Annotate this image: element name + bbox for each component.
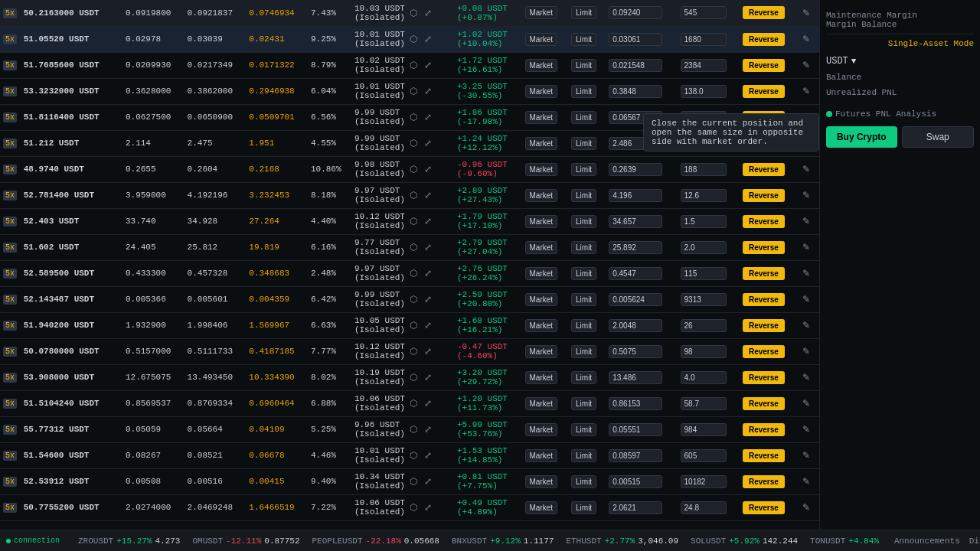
limit-button[interactable]: Limit — [571, 163, 596, 176]
edit-col[interactable]: ✎ — [797, 312, 819, 338]
share-icon[interactable]: ⤢ — [422, 502, 434, 513]
share-icon[interactable]: ⤢ — [422, 372, 434, 383]
edit-col[interactable]: ✎ — [797, 52, 819, 78]
qty-input-col[interactable] — [678, 234, 740, 260]
qty-input-col[interactable] — [678, 468, 740, 494]
price-input-col[interactable] — [606, 312, 677, 338]
edit-icon[interactable]: ✎ — [800, 294, 812, 305]
share-icon[interactable]: ⤢ — [422, 138, 434, 148]
type-col[interactable]: Limit — [568, 78, 606, 104]
price-input[interactable] — [609, 189, 662, 202]
qty-input-col[interactable] — [678, 26, 740, 52]
mode-col[interactable]: Market — [522, 416, 569, 442]
export-icon[interactable]: ⬡ — [407, 164, 420, 174]
qty-input-col[interactable] — [678, 0, 740, 26]
limit-button[interactable]: Limit — [571, 6, 596, 19]
price-input-col[interactable] — [606, 260, 677, 286]
usdt-selector[interactable]: USDT ▼ — [826, 56, 974, 67]
edit-col[interactable]: ✎ — [797, 286, 819, 312]
qty-input[interactable] — [681, 501, 727, 514]
qty-input[interactable] — [681, 241, 727, 254]
price-input-col[interactable] — [606, 494, 677, 520]
limit-button[interactable]: Limit — [571, 137, 596, 150]
qty-input[interactable] — [681, 293, 727, 306]
export-icon[interactable]: ⬡ — [407, 398, 420, 409]
mode-col[interactable]: Market — [522, 286, 569, 312]
ticker-item[interactable]: ETHUSDT +2.77% 3,046.09 — [566, 536, 678, 546]
reverse-button[interactable]: Reverse — [743, 319, 785, 332]
export-icon[interactable]: ⬡ — [407, 34, 420, 44]
type-col[interactable]: Limit — [568, 208, 606, 234]
reverse-col[interactable]: Reverse — [740, 312, 797, 338]
qty-input[interactable] — [681, 33, 727, 46]
edit-col[interactable]: ✎ — [797, 416, 819, 442]
edit-icon[interactable]: ✎ — [800, 450, 812, 461]
reverse-button[interactable]: Reverse — [743, 371, 785, 384]
reverse-col[interactable]: Reverse — [740, 416, 797, 442]
edit-col[interactable]: ✎ — [797, 338, 819, 364]
qty-input[interactable] — [681, 475, 727, 488]
reverse-button[interactable]: Reverse — [743, 475, 785, 488]
qty-input[interactable] — [681, 423, 727, 436]
single-asset-mode[interactable]: Single-Asset Mode — [826, 39, 974, 48]
reverse-button[interactable]: Reverse — [743, 267, 785, 280]
share-icon[interactable]: ⤢ — [422, 424, 434, 435]
edit-col[interactable]: ✎ — [797, 234, 819, 260]
share-icon[interactable]: ⤢ — [422, 346, 434, 357]
type-col[interactable]: Limit — [568, 260, 606, 286]
market-button[interactable]: Market — [525, 33, 558, 46]
reverse-button[interactable]: Reverse — [743, 241, 785, 254]
price-input-col[interactable] — [606, 416, 677, 442]
mode-col[interactable]: Market — [522, 26, 569, 52]
price-input[interactable] — [609, 6, 662, 19]
qty-input[interactable] — [681, 215, 727, 228]
export-icon[interactable]: ⬡ — [407, 476, 420, 487]
edit-icon[interactable]: ✎ — [800, 86, 812, 96]
qty-input[interactable] — [681, 371, 727, 384]
reverse-button[interactable]: Reverse — [743, 59, 785, 72]
qty-input[interactable] — [681, 189, 727, 202]
mode-col[interactable]: Market — [522, 390, 569, 416]
export-icon[interactable]: ⬡ — [407, 190, 420, 201]
qty-input-col[interactable] — [678, 260, 740, 286]
market-button[interactable]: Market — [525, 59, 558, 72]
mode-col[interactable]: Market — [522, 364, 569, 390]
type-col[interactable]: Limit — [568, 416, 606, 442]
price-input[interactable] — [609, 267, 662, 280]
share-icon[interactable]: ⤢ — [422, 450, 434, 461]
type-col[interactable]: Limit — [568, 390, 606, 416]
reverse-col[interactable]: Reverse — [740, 0, 797, 26]
dropdown-icon[interactable]: ▼ — [851, 57, 857, 66]
market-button[interactable]: Market — [525, 6, 558, 19]
limit-button[interactable]: Limit — [571, 501, 596, 514]
reverse-col[interactable]: Reverse — [740, 208, 797, 234]
price-input-col[interactable] — [606, 156, 677, 182]
buy-crypto-button[interactable]: Buy Crypto — [826, 126, 897, 148]
market-button[interactable]: Market — [525, 423, 558, 436]
price-input[interactable] — [609, 33, 662, 46]
edit-icon[interactable]: ✎ — [800, 216, 812, 227]
export-icon[interactable]: ⬡ — [407, 320, 420, 331]
price-input[interactable] — [609, 423, 662, 436]
qty-input[interactable] — [681, 345, 727, 358]
share-icon[interactable]: ⤢ — [422, 476, 434, 487]
mode-col[interactable]: Market — [522, 468, 569, 494]
ticker-item[interactable]: ZROUSDT +15.27% 4.273 — [78, 536, 180, 546]
ticker-item[interactable]: PEOPLEUSDT -22.18% 0.05668 — [312, 536, 439, 546]
ticker-item[interactable]: TONUSDT +4.84% — [810, 536, 882, 546]
limit-button[interactable]: Limit — [571, 215, 596, 228]
limit-button[interactable]: Limit — [571, 397, 596, 410]
price-input-col[interactable] — [606, 390, 677, 416]
type-col[interactable]: Limit — [568, 442, 606, 468]
price-input-col[interactable] — [606, 0, 677, 26]
reverse-button[interactable]: Reverse — [743, 85, 785, 98]
futures-pnl-row[interactable]: Futures PNL Analysis — [826, 109, 974, 119]
reverse-col[interactable]: Reverse — [740, 234, 797, 260]
qty-input-col[interactable] — [678, 442, 740, 468]
market-button[interactable]: Market — [525, 449, 558, 462]
qty-input-col[interactable] — [678, 494, 740, 520]
edit-col[interactable]: ✎ — [797, 0, 819, 26]
market-button[interactable]: Market — [525, 241, 558, 254]
limit-button[interactable]: Limit — [571, 59, 596, 72]
price-input-col[interactable] — [606, 286, 677, 312]
